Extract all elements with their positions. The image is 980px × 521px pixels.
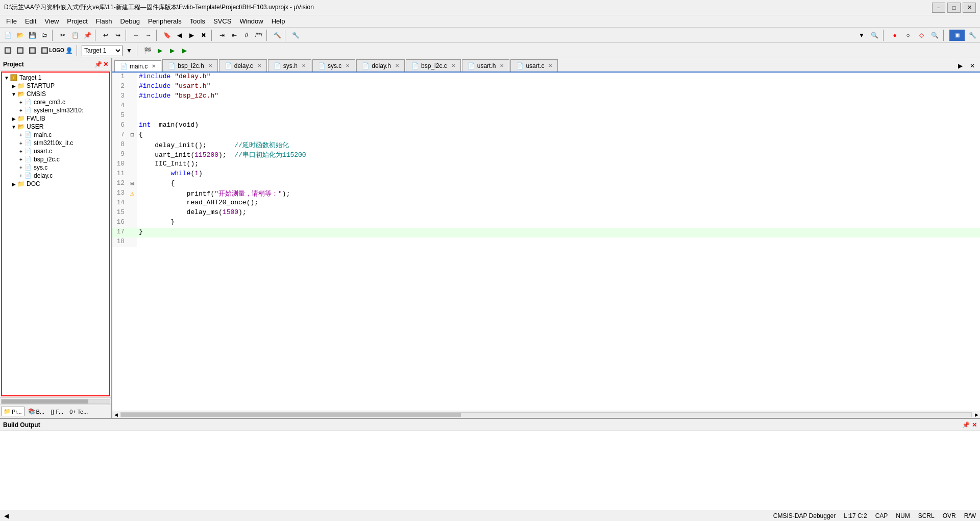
- menu-edit[interactable]: Edit: [21, 16, 40, 26]
- search-button[interactable]: 🔍: [869, 30, 880, 41]
- status-scroll-left[interactable]: ◀: [4, 512, 9, 519]
- tree-item-startup[interactable]: ▶ 📁 STARTUP: [3, 82, 108, 90]
- menu-flash[interactable]: Flash: [92, 16, 116, 26]
- nav-back-button[interactable]: ←: [131, 30, 142, 41]
- tree-item-doc[interactable]: ▶ 📁 DOC: [3, 180, 108, 188]
- menu-file[interactable]: File: [2, 16, 21, 26]
- build-close-icon[interactable]: ✕: [972, 421, 977, 429]
- paste-button[interactable]: 📌: [82, 30, 93, 41]
- expand-delay-c-tree[interactable]: +: [17, 173, 24, 179]
- tab-delay-c[interactable]: 📄 delay.c ✕: [219, 59, 267, 72]
- build-button[interactable]: 🔨: [272, 30, 283, 41]
- line-content-1[interactable]: #include "delay.h": [137, 73, 980, 82]
- settings-button[interactable]: 🔧: [290, 30, 301, 41]
- menu-debug[interactable]: Debug: [116, 16, 144, 26]
- save-button[interactable]: 💾: [27, 30, 38, 41]
- tab-sys-h[interactable]: 📄 sys.h ✕: [268, 59, 311, 72]
- tab-bsp-i2c-h-close[interactable]: ✕: [208, 63, 212, 68]
- tree-item-main-c[interactable]: + 📄 main.c: [3, 131, 108, 139]
- expand-system-stm32[interactable]: +: [17, 108, 24, 113]
- open-button[interactable]: 📂: [14, 30, 26, 41]
- line-content-11[interactable]: while(1): [137, 170, 980, 179]
- menu-project[interactable]: Project: [63, 16, 91, 26]
- tab-bsp-i2c-c-close[interactable]: ✕: [451, 63, 455, 68]
- tab-usart-h-close[interactable]: ✕: [500, 63, 504, 68]
- tree-item-cmsis[interactable]: ▼ 📂 CMSIS: [3, 90, 108, 98]
- line-content-4[interactable]: [137, 102, 980, 111]
- uncomment-button[interactable]: /**/: [253, 30, 264, 41]
- maximize-button[interactable]: □: [947, 3, 961, 13]
- tb2-btn6[interactable]: 👤: [63, 45, 75, 56]
- target-selector[interactable]: Target 1: [82, 45, 122, 56]
- sidebar-tab-funcs[interactable]: {} F...: [48, 407, 66, 416]
- tab-sys-h-close[interactable]: ✕: [302, 63, 306, 68]
- line-content-2[interactable]: #include "usart.h": [137, 82, 980, 92]
- tree-item-stm32f10x-it[interactable]: + 📄 stm32f10x_it.c: [3, 139, 108, 147]
- simulate-button[interactable]: ▶: [154, 45, 165, 56]
- new-file-button[interactable]: 📄: [2, 30, 13, 41]
- line-content-3[interactable]: #include "bsp_i2c.h": [137, 92, 980, 102]
- sidebar-tab-books[interactable]: 📚 B...: [26, 407, 47, 416]
- tab-usart-h[interactable]: 📄 usart.h ✕: [462, 59, 510, 72]
- sidebar-tab-project[interactable]: 📁 Pr...: [1, 407, 24, 416]
- tab-delay-c-close[interactable]: ✕: [257, 63, 261, 68]
- tab-usart-c[interactable]: 📄 usart.c ✕: [510, 59, 558, 72]
- save-all-button[interactable]: 🗂: [39, 30, 50, 41]
- redo-button[interactable]: ↪: [112, 30, 124, 41]
- next-bookmark-button[interactable]: ▶: [186, 30, 197, 41]
- unindent-button[interactable]: ⇤: [229, 30, 240, 41]
- menu-tools[interactable]: Tools: [186, 16, 209, 26]
- expand-bsp-i2c-c[interactable]: +: [17, 157, 24, 162]
- expand-fwlib[interactable]: ▶: [10, 116, 17, 122]
- cut-button[interactable]: ✂: [57, 30, 68, 41]
- run-button[interactable]: ●: [889, 30, 900, 41]
- sidebar-pin-icon[interactable]: 📌: [94, 61, 102, 68]
- build-pin-icon[interactable]: 📌: [962, 421, 970, 429]
- line-content-16[interactable]: }: [137, 218, 980, 228]
- tree-item-user[interactable]: ▼ 📂 USER: [3, 123, 108, 131]
- expand-usart-c[interactable]: +: [17, 149, 24, 154]
- tab-sys-c[interactable]: 📄 sys.c ✕: [312, 59, 355, 72]
- tabs-scroll-right-button[interactable]: ▶: [954, 60, 966, 72]
- line-content-14[interactable]: read_AHT20_once();: [137, 199, 980, 208]
- expand-cmsis[interactable]: ▼: [10, 91, 17, 97]
- tree-item-bsp-i2c-c[interactable]: + 📄 bsp_i2c.c: [3, 155, 108, 163]
- window-layout-button[interactable]: ▣: [949, 30, 965, 41]
- hscroll-thumb[interactable]: [121, 413, 461, 417]
- menu-svcs[interactable]: SVCS: [209, 16, 235, 26]
- line-content-12[interactable]: {: [137, 179, 980, 189]
- line-content-15[interactable]: delay_ms(1500);: [137, 208, 980, 218]
- code-editor[interactable]: 1 #include "delay.h" 2 #include "usart.h…: [112, 73, 980, 411]
- expand-doc[interactable]: ▶: [10, 181, 17, 187]
- indent-button[interactable]: ⇥: [216, 30, 228, 41]
- expand-user[interactable]: ▼: [10, 124, 17, 130]
- tb2-btn5[interactable]: LOGO: [51, 45, 62, 56]
- bookmark-button[interactable]: 🔖: [161, 30, 173, 41]
- nav-fwd-button[interactable]: →: [143, 30, 154, 41]
- line-content-18[interactable]: [137, 238, 980, 247]
- debug-button[interactable]: 🔍: [929, 30, 940, 41]
- tree-item-system-stm32[interactable]: + 📄 system_stm32f10:: [3, 106, 108, 114]
- hscroll-left-button[interactable]: ◀: [112, 411, 119, 418]
- tree-item-delay-c-tree[interactable]: + 📄 delay.c: [3, 172, 108, 180]
- comment-button[interactable]: //: [241, 30, 252, 41]
- line-content-8[interactable]: delay_init(); //延时函数初始化: [137, 140, 980, 150]
- pause-button[interactable]: ○: [902, 30, 914, 41]
- copy-button[interactable]: 📋: [69, 30, 81, 41]
- menu-peripherals[interactable]: Peripherals: [144, 16, 186, 26]
- undo-button[interactable]: ↩: [100, 30, 111, 41]
- tab-bsp-i2c-h[interactable]: 📄 bsp_i2c.h ✕: [162, 59, 217, 72]
- editor-hscrollbar[interactable]: ◀ ▶: [112, 411, 980, 418]
- line-content-7[interactable]: {: [137, 131, 980, 140]
- tb2-btn3[interactable]: 🔲: [27, 45, 38, 56]
- expand-core-cm3[interactable]: +: [17, 100, 24, 105]
- line-content-9[interactable]: uart_init(115200); //串口初始化为115200: [137, 150, 980, 160]
- sidebar-scroll-track[interactable]: [1, 399, 110, 404]
- line-content-10[interactable]: IIC_Init();: [137, 160, 980, 170]
- stop-button[interactable]: ◇: [916, 30, 927, 41]
- expand-main-c[interactable]: +: [17, 132, 24, 138]
- prev-bookmark-button[interactable]: ◀: [174, 30, 185, 41]
- wrench-button[interactable]: 🔧: [967, 30, 978, 41]
- tree-item-usart-c[interactable]: + 📄 usart.c: [3, 147, 108, 155]
- tab-delay-h-close[interactable]: ✕: [395, 63, 399, 68]
